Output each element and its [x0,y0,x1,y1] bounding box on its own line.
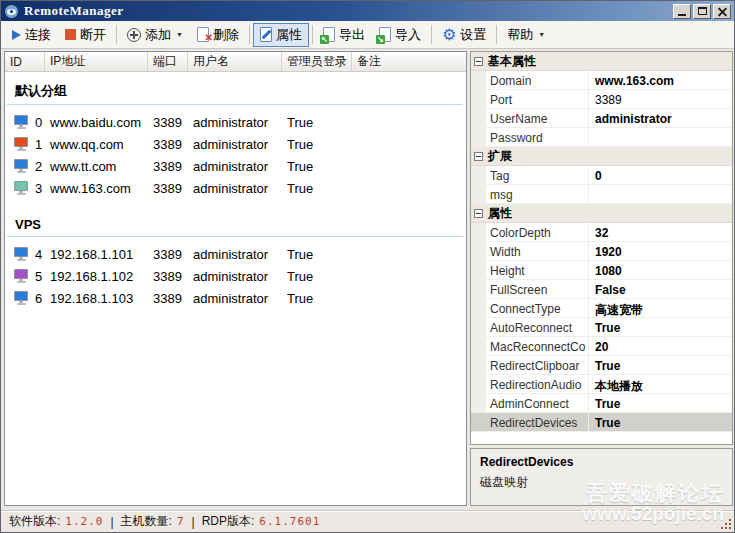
toolbar-button-disconnect[interactable]: 断开 [58,23,113,47]
property-value[interactable]: administrator [589,109,732,127]
property-value[interactable]: 高速宽带 [589,299,732,317]
property-value[interactable]: False [589,280,732,298]
property-value[interactable]: 20 [589,337,732,355]
toolbar-button-add[interactable]: 添加▼ [120,23,190,47]
toolbar-separator [116,25,117,44]
chevron-down-icon: ▼ [538,31,545,38]
column-header-4[interactable]: 管理员登录 [282,52,352,71]
property-label: UserName [486,109,589,127]
property-row[interactable]: RedirectDevicesTrue [471,413,732,432]
toolbar-button-export[interactable]: 导出 [316,23,372,47]
property-value[interactable]: www.163.com [589,71,732,89]
host-id-cell: 0 [5,115,45,130]
property-value[interactable] [589,128,732,146]
property-row[interactable]: Password [471,128,732,147]
toolbar-button-settings[interactable]: 设置 [435,23,493,47]
property-row[interactable]: FullScreenFalse [471,280,732,299]
toolbar-button-connect[interactable]: 连接 [5,23,58,47]
property-row[interactable]: Width1920 [471,242,732,261]
collapse-icon[interactable] [474,209,483,218]
monitor-base [17,127,26,129]
property-row[interactable]: ColorDepth32 [471,223,732,242]
titlebar[interactable]: RemoteManager [1,1,734,21]
property-row[interactable]: AutoReconnectTrue [471,318,732,337]
property-row-gutter [471,299,486,317]
property-value[interactable]: 3389 [589,90,732,108]
property-row[interactable]: UserNameadministrator [471,109,732,128]
property-value[interactable]: 0 [589,166,732,184]
host-id: 1 [35,137,42,152]
property-value[interactable]: True [589,413,732,431]
host-id: 2 [35,159,42,174]
host-row[interactable]: 1www.qq.com3389administratorTrue [5,133,466,155]
property-value[interactable]: True [589,356,732,374]
property-row[interactable]: ConnectType高速宽带 [471,299,732,318]
host-id: 3 [35,181,42,196]
status-item: 主机数量:7 [121,513,185,530]
property-row[interactable]: Domainwww.163.com [471,71,732,90]
property-row[interactable]: msg [471,185,732,204]
property-value[interactable]: 本地播放 [589,375,732,393]
property-row[interactable]: RedirectionAudio本地播放 [471,375,732,394]
minimize-button[interactable] [673,4,691,19]
column-header-3[interactable]: 用户名 [188,52,282,71]
column-header-1[interactable]: IP地址 [45,52,148,71]
collapse-icon[interactable] [474,57,483,66]
toolbar-button-import[interactable]: 导入 [372,23,428,47]
host-row[interactable]: 0www.baidu.com3389administratorTrue [5,111,466,133]
host-ip: 192.168.1.101 [45,247,148,262]
maximize-button[interactable] [693,4,711,19]
toolbar-button-help[interactable]: 帮助▼ [500,23,552,47]
property-row[interactable]: Port3389 [471,90,732,109]
resize-grip-icon[interactable] [721,519,731,529]
status-label: 主机数量: [121,513,172,530]
property-row[interactable]: Tag0 [471,166,732,185]
monitor-screen [14,181,28,191]
host-row[interactable]: 2www.tt.com3389administratorTrue [5,155,466,177]
property-row[interactable]: MacReconnectCo20 [471,337,732,356]
toolbar-separator [312,25,313,44]
property-value[interactable] [589,185,732,203]
property-row[interactable]: AdminConnectTrue [471,394,732,413]
column-header-5[interactable]: 备注 [352,52,467,71]
property-row[interactable]: Height1080 [471,261,732,280]
host-row[interactable]: 5192.168.1.1023389administratorTrue [5,265,466,287]
host-user: administrator [188,291,282,306]
host-port: 3389 [148,137,188,152]
host-admin-login: True [282,269,352,284]
column-header-0[interactable]: ID [5,52,45,71]
host-admin-login: True [282,291,352,306]
property-value[interactable]: 1920 [589,242,732,260]
property-row-gutter [471,413,486,431]
host-row[interactable]: 6192.168.1.1033389administratorTrue [5,287,466,309]
play-icon [12,30,21,40]
host-ip: www.163.com [45,181,148,196]
property-value[interactable]: 32 [589,223,732,241]
collapse-icon[interactable] [474,152,483,161]
close-button[interactable] [713,4,731,19]
host-port: 3389 [148,115,188,130]
property-row-gutter [471,356,486,374]
host-row[interactable]: 3www.163.com3389administratorTrue [5,177,466,199]
property-value[interactable]: 1080 [589,261,732,279]
host-admin-login: True [282,137,352,152]
property-value[interactable]: True [589,318,732,336]
property-row-gutter [471,394,486,412]
monitor-icon [13,137,29,151]
toolbar-button-delete[interactable]: 删除 [190,23,246,47]
toolbar-separator [496,25,497,44]
toolbar-button-properties[interactable]: 属性 [253,23,309,47]
property-row[interactable]: RedirectClipboarTrue [471,356,732,375]
status-value: 6.1.7601 [259,515,320,528]
host-id-cell: 3 [5,181,45,196]
property-description-title: RedirectDevices [480,455,723,469]
delete-icon [197,27,209,42]
host-id: 0 [35,115,42,130]
host-user: administrator [188,247,282,262]
column-header-2[interactable]: 端口 [148,52,188,71]
property-label: Domain [486,71,589,89]
host-row[interactable]: 4192.168.1.1013389administratorTrue [5,243,466,265]
status-value: 1.2.0 [65,515,103,528]
group-header: VPS [5,212,466,236]
property-value[interactable]: True [589,394,732,412]
